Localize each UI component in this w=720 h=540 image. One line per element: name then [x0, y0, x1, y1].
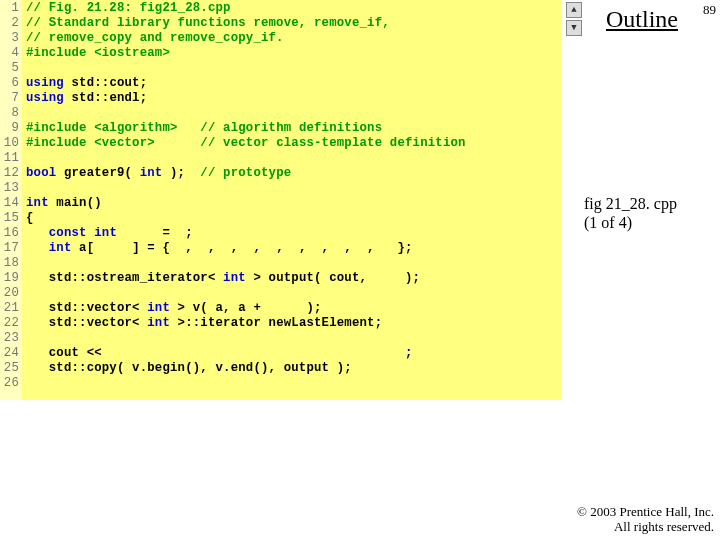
code-line: [26, 331, 562, 346]
code-token: std::vector<: [26, 301, 147, 315]
line-number: 8: [0, 106, 19, 121]
line-number: 1: [0, 1, 19, 16]
line-number: 17: [0, 241, 19, 256]
code-token: int: [223, 271, 246, 285]
slide: 1234567891011121314151617181920212223242…: [0, 0, 720, 540]
code-token: main(): [49, 196, 102, 210]
nav-prev-button[interactable]: ▲: [566, 2, 582, 18]
code-token: [26, 241, 49, 255]
code-token: [26, 226, 49, 240]
code-token: int: [147, 301, 170, 315]
code-token: // prototype: [200, 166, 291, 180]
nav-next-button[interactable]: ▼: [566, 20, 582, 36]
code-token: cout << ;: [26, 346, 413, 360]
code-token: std::ostream_iterator<: [26, 271, 223, 285]
code-token: greater9(: [56, 166, 139, 180]
code-line: // remove_copy and remove_copy_if.: [26, 31, 562, 46]
nav-buttons: ▲ ▼: [566, 2, 582, 38]
triangle-down-icon: ▼: [571, 23, 576, 33]
file-name: fig 21_28. cpp: [584, 195, 677, 212]
code-token: // algorithm definitions: [200, 121, 382, 135]
code-line: bool greater9( int ); // prototype: [26, 166, 562, 181]
line-number: 22: [0, 316, 19, 331]
code-token: std::cout;: [64, 76, 147, 90]
code-token: using: [26, 91, 64, 105]
code-line: [26, 151, 562, 166]
line-number: 5: [0, 61, 19, 76]
code-line: [26, 106, 562, 121]
line-number: 26: [0, 376, 19, 391]
code-body: // Fig. 21.28: fig21_28.cpp// Standard l…: [22, 0, 562, 400]
code-line: [26, 376, 562, 391]
code-token: {: [26, 211, 34, 225]
code-token: #include <vector>: [26, 136, 155, 150]
line-number: 13: [0, 181, 19, 196]
code-token: // Fig. 21.28: fig21_28.cpp: [26, 1, 231, 15]
line-number: 21: [0, 301, 19, 316]
line-number: 24: [0, 346, 19, 361]
line-number: 9: [0, 121, 19, 136]
code-token: std::endl;: [64, 91, 147, 105]
code-token: using: [26, 76, 64, 90]
code-line: std::ostream_iterator< int > output( cou…: [26, 271, 562, 286]
code-line: std::vector< int > v( a, a + );: [26, 301, 562, 316]
copyright: © 2003 Prentice Hall, Inc. All rights re…: [577, 504, 714, 534]
line-number: 23: [0, 331, 19, 346]
copyright-line2: All rights reserved.: [614, 519, 714, 534]
code-token: [178, 121, 201, 135]
code-line: [26, 256, 562, 271]
code-token: int: [26, 196, 49, 210]
code-line: std::copy( v.begin(), v.end(), output );: [26, 361, 562, 376]
code-line: using std::endl;: [26, 91, 562, 106]
code-token: #include <algorithm>: [26, 121, 178, 135]
code-token: // remove_copy and remove_copy_if.: [26, 31, 284, 45]
code-line: int main(): [26, 196, 562, 211]
line-number-gutter: 1234567891011121314151617181920212223242…: [0, 0, 22, 400]
copyright-line1: © 2003 Prentice Hall, Inc.: [577, 504, 714, 519]
line-number: 12: [0, 166, 19, 181]
code-line: // Fig. 21.28: fig21_28.cpp: [26, 1, 562, 16]
code-token: int: [140, 166, 163, 180]
slide-number: 89: [703, 2, 716, 18]
code-line: [26, 61, 562, 76]
code-line: [26, 181, 562, 196]
code-line: #include <vector> // vector class-templa…: [26, 136, 562, 151]
line-number: 15: [0, 211, 19, 226]
code-line: {: [26, 211, 562, 226]
code-token: [155, 136, 200, 150]
code-token: a[ ] = { , , , , , , , , , };: [72, 241, 413, 255]
file-label: fig 21_28. cpp (1 of 4): [584, 194, 677, 232]
line-number: 19: [0, 271, 19, 286]
code-token: #include <iostream>: [26, 46, 170, 60]
code-token: const int: [49, 226, 117, 240]
code-line: using std::cout;: [26, 76, 562, 91]
line-number: 10: [0, 136, 19, 151]
code-line: int a[ ] = { , , , , , , , , , };: [26, 241, 562, 256]
code-token: = ;: [117, 226, 193, 240]
code-token: >::iterator newLastElement;: [170, 316, 382, 330]
line-number: 3: [0, 31, 19, 46]
line-number: 18: [0, 256, 19, 271]
code-token: std::copy( v.begin(), v.end(), output );: [26, 361, 352, 375]
code-line: std::vector< int >::iterator newLastElem…: [26, 316, 562, 331]
code-token: int: [147, 316, 170, 330]
file-part: (1 of 4): [584, 214, 632, 231]
line-number: 2: [0, 16, 19, 31]
code-token: int: [49, 241, 72, 255]
code-token: std::vector<: [26, 316, 147, 330]
code-token: // Standard library functions remove, re…: [26, 16, 390, 30]
line-number: 14: [0, 196, 19, 211]
outline-title: Outline: [606, 6, 678, 33]
code-line: const int = ;: [26, 226, 562, 241]
line-number: 16: [0, 226, 19, 241]
code-line: #include <iostream>: [26, 46, 562, 61]
line-number: 4: [0, 46, 19, 61]
right-pane: ▲ ▼ Outline 89 fig 21_28. cpp (1 of 4) ©…: [562, 0, 720, 540]
code-token: > v( a, a + );: [170, 301, 322, 315]
code-token: // vector class-template definition: [200, 136, 465, 150]
code-token: > output( cout, );: [246, 271, 420, 285]
code-line: [26, 286, 562, 301]
line-number: 6: [0, 76, 19, 91]
line-number: 25: [0, 361, 19, 376]
code-token: );: [162, 166, 200, 180]
